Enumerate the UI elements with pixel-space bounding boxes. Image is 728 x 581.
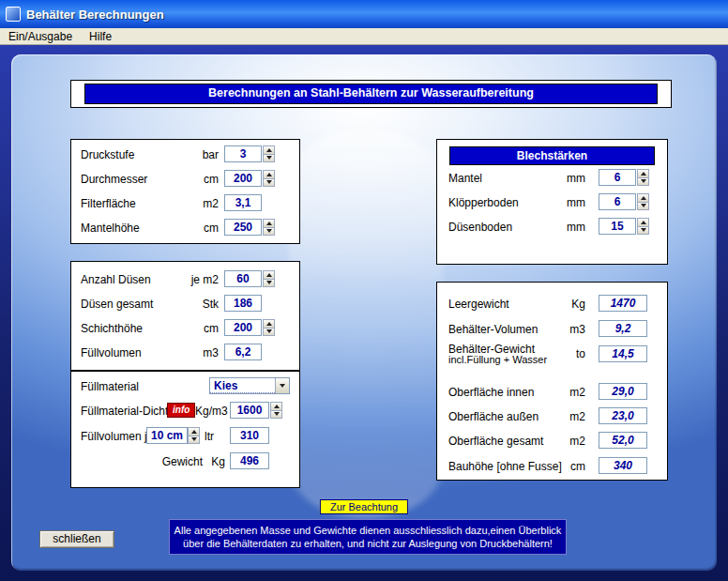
field-label: Oberfläche außen bbox=[448, 410, 538, 423]
spin-up-icon[interactable] bbox=[637, 169, 649, 178]
schrittweite-spinner[interactable] bbox=[188, 427, 200, 444]
unit-label: mm bbox=[527, 172, 585, 185]
field-row: Durchmesser cm 200 bbox=[71, 170, 299, 189]
unit-label: mm bbox=[527, 221, 585, 234]
field-row: Oberfläche innen m2 29,0 bbox=[437, 383, 667, 402]
ergebnis-group: Leergewicht Kg 1470 Behälter-Volumen m3 … bbox=[436, 282, 668, 481]
unit-label: m2 bbox=[531, 435, 585, 448]
field-label: Durchmesser bbox=[81, 173, 147, 186]
field-label: Gewicht bbox=[128, 455, 203, 468]
durchmesser-input[interactable]: 200 bbox=[224, 170, 262, 187]
oberflaeche-gesamt-value: 52,0 bbox=[599, 432, 647, 449]
gewicht-value: 496 bbox=[230, 452, 269, 469]
kloepperboden-input[interactable]: 6 bbox=[599, 193, 636, 210]
unit-label: m3 bbox=[160, 346, 219, 359]
spin-down-icon[interactable] bbox=[637, 178, 649, 187]
duesenboden-input[interactable]: 15 bbox=[599, 218, 636, 235]
spin-down-icon[interactable] bbox=[637, 203, 649, 211]
unit-label: cm bbox=[531, 460, 585, 473]
duesenboden-spinner[interactable] bbox=[637, 218, 649, 235]
spin-down-icon[interactable] bbox=[637, 227, 649, 236]
field-label: Füllvolumen bbox=[81, 346, 142, 359]
schrittweite-input[interactable]: 10 cm bbox=[146, 427, 188, 444]
druckstufe-input[interactable]: 3 bbox=[224, 145, 262, 162]
durchmesser-spinner[interactable] bbox=[263, 170, 275, 187]
menu-ein-ausgabe[interactable]: Ein/Ausgabe bbox=[0, 29, 81, 44]
kloepperboden-spinner[interactable] bbox=[637, 193, 649, 210]
field-label: Oberfläche gesamt bbox=[448, 435, 543, 448]
fuellmaterial-value: Kies bbox=[210, 378, 275, 393]
spin-up-icon[interactable] bbox=[263, 319, 275, 329]
field-label: Füllmaterial-Dichte bbox=[81, 405, 174, 418]
field-row: Filterfläche m2 3,1 bbox=[71, 194, 299, 213]
spin-up-icon[interactable] bbox=[270, 402, 282, 411]
unit-label: cm bbox=[160, 222, 219, 235]
field-row: Behälter-Gewicht incl.Füllung + Wasser t… bbox=[437, 342, 667, 366]
main-panel: Berechnungen an Stahl-Behältern zur Wass… bbox=[11, 54, 717, 571]
unit-label: cm bbox=[160, 173, 219, 186]
mantel-spinner[interactable] bbox=[637, 169, 649, 186]
unit-label: m3 bbox=[531, 323, 585, 336]
blechstaerken-group: Blechstärken Mantel mm 6 Klöpperboden mm… bbox=[436, 139, 668, 265]
field-row: Gewicht Kg 496 bbox=[71, 452, 299, 471]
dichte-input[interactable]: 1600 bbox=[230, 402, 269, 419]
field-label: Leergewicht bbox=[448, 298, 509, 311]
fuellmaterial-group: Füllmaterial Kies Füllmaterial-Dichte in… bbox=[70, 371, 300, 488]
fuellmaterial-select[interactable]: Kies bbox=[209, 377, 290, 394]
spin-up-icon[interactable] bbox=[188, 427, 200, 436]
app-icon[interactable] bbox=[6, 7, 21, 22]
field-row: Druckstufe bar 3 bbox=[71, 145, 299, 164]
info-button[interactable]: info bbox=[167, 403, 195, 418]
close-button[interactable]: schließen bbox=[39, 530, 114, 548]
spin-down-icon[interactable] bbox=[263, 228, 275, 237]
anzahl-duesen-spinner[interactable] bbox=[263, 270, 275, 287]
unit-label: mm bbox=[527, 196, 585, 209]
anzahl-duesen-input[interactable]: 60 bbox=[224, 270, 262, 287]
unit-label: cm bbox=[160, 322, 219, 335]
spin-down-icon[interactable] bbox=[188, 436, 200, 445]
spin-down-icon[interactable] bbox=[263, 280, 275, 288]
notice-line-2: über die Behälterdaten zu erhalten, und … bbox=[170, 537, 566, 550]
menu-hilfe[interactable]: Hilfe bbox=[81, 29, 120, 44]
oberflaeche-innen-value: 29,0 bbox=[599, 383, 647, 400]
spin-up-icon[interactable] bbox=[263, 170, 275, 179]
field-label: Oberfläche innen bbox=[448, 386, 534, 399]
duesen-gesamt-value: 186 bbox=[224, 295, 262, 312]
title-bar[interactable]: Behälter Berechnungen bbox=[0, 0, 728, 28]
field-row: Mantelhöhe cm 250 bbox=[71, 219, 299, 237]
spin-up-icon[interactable] bbox=[263, 219, 275, 228]
spin-down-icon[interactable] bbox=[263, 155, 275, 163]
spin-up-icon[interactable] bbox=[637, 218, 649, 227]
spin-down-icon[interactable] bbox=[263, 329, 275, 337]
window-title: Behälter Berechnungen bbox=[26, 8, 164, 22]
spin-up-icon[interactable] bbox=[263, 145, 275, 155]
schichthoehe-spinner[interactable] bbox=[263, 319, 275, 336]
mantel-input[interactable]: 6 bbox=[599, 169, 636, 186]
unit-label: m2 bbox=[531, 386, 585, 399]
bauhoehe-value: 340 bbox=[599, 457, 647, 474]
mantelhoehe-spinner[interactable] bbox=[263, 219, 275, 236]
field-label: Düsenboden bbox=[448, 221, 512, 234]
behaelter-gewicht-value: 14,5 bbox=[599, 345, 647, 362]
field-label: Schichthöhe bbox=[81, 322, 143, 335]
unit-label: Kg/m3 bbox=[195, 405, 226, 418]
dropdown-arrow-icon[interactable] bbox=[275, 378, 289, 393]
dichte-spinner[interactable] bbox=[270, 402, 282, 419]
duesen-group: Anzahl Düsen je m2 60 Düsen gesamt Stk 1… bbox=[70, 261, 300, 371]
field-label: Füllvolumen je bbox=[81, 430, 153, 443]
schichthoehe-input[interactable]: 200 bbox=[224, 319, 262, 336]
leergewicht-value: 1470 bbox=[599, 295, 647, 312]
druckstufe-spinner[interactable] bbox=[263, 145, 275, 162]
field-label: Füllmaterial bbox=[81, 380, 139, 393]
field-label: Mantel bbox=[448, 172, 482, 185]
spin-down-icon[interactable] bbox=[270, 411, 282, 420]
spin-up-icon[interactable] bbox=[637, 193, 649, 203]
unit-label: ltr bbox=[205, 430, 225, 443]
oberflaeche-aussen-value: 23,0 bbox=[599, 407, 647, 424]
unit-label: to bbox=[531, 347, 585, 360]
mantelhoehe-input[interactable]: 250 bbox=[224, 219, 262, 236]
spin-down-icon[interactable] bbox=[263, 179, 275, 188]
field-row: Bauhöhe [ohne Fusse] cm 340 bbox=[437, 457, 667, 476]
field-row: Düsenboden mm 15 bbox=[437, 218, 667, 237]
spin-up-icon[interactable] bbox=[263, 270, 275, 280]
